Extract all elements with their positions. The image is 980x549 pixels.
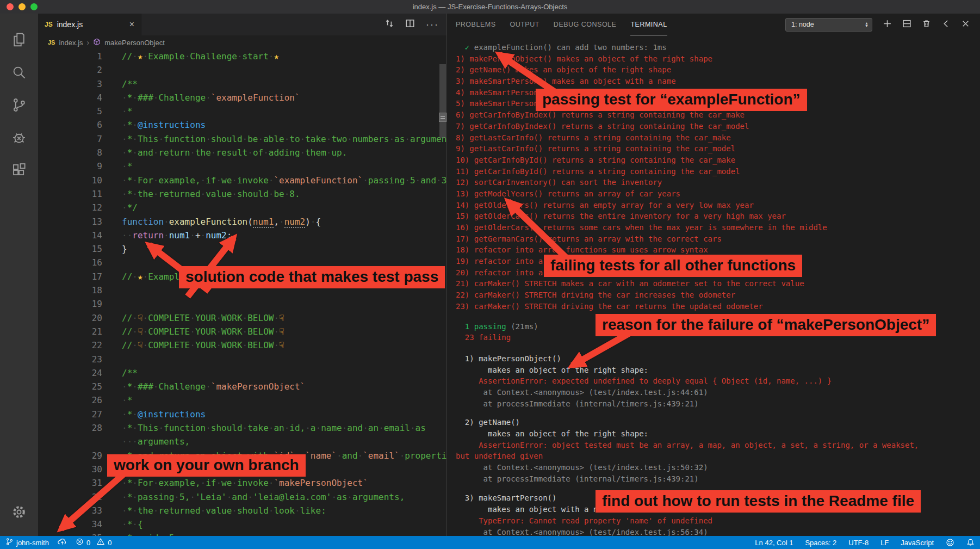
line-number: 8: [38, 146, 102, 159]
feedback-smiley-icon[interactable]: [946, 538, 954, 547]
split-terminal-icon[interactable]: [902, 19, 911, 30]
code-line[interactable]: 10·*·For·example,·if·we·invoke·`exampleF…: [38, 174, 446, 187]
source-control-icon[interactable]: [6, 89, 32, 121]
code-line[interactable]: 19: [38, 297, 446, 311]
code-line[interactable]: 34·*·{: [38, 517, 446, 531]
search-icon[interactable]: [6, 56, 32, 89]
code-line[interactable]: 20//·☟·COMPLETE·YOUR·WORK·BELOW·☟: [38, 311, 446, 325]
tab-problems[interactable]: PROBLEMS: [456, 14, 495, 35]
tab-terminal[interactable]: TERMINAL: [630, 14, 667, 35]
code-line[interactable]: 1//·★·Example·Challenge·start·★: [38, 50, 446, 63]
tab-label: index.js: [57, 20, 125, 29]
terminal-line: at processImmediate (internal/timers.js:…: [456, 473, 980, 485]
line-number: 32: [38, 490, 102, 504]
terminal-line: 16) getOlderCars() returns some cars whe…: [456, 222, 980, 233]
code-line[interactable]: 7·*·This·function·should·be·able·to·take…: [38, 132, 446, 146]
annotation-failing-tests: failing tests for all other functions: [544, 255, 802, 277]
code-line[interactable]: 32·*·passing·5,·'Leia'·and·'leia@leia.co…: [38, 490, 446, 504]
editor-tab-bar: JS index.js × ···: [38, 14, 446, 35]
extensions-icon[interactable]: [6, 154, 32, 187]
tab-close-icon[interactable]: ×: [129, 20, 134, 29]
code-line[interactable]: 4·*·###·Challenge·`exampleFunction`: [38, 91, 446, 104]
line-number: 12: [38, 201, 102, 214]
terminal-shell-select[interactable]: 1: node ▲▼: [785, 18, 872, 32]
annotation-solution-code: solution code that makes test pass: [179, 266, 445, 288]
code-line[interactable]: 27·*·@instructions: [38, 408, 446, 421]
terminal-line: at Context.<anonymous> (test/index.test.…: [456, 462, 980, 473]
warning-count: 0: [108, 539, 111, 547]
line-number: 30: [38, 462, 102, 476]
language-mode[interactable]: JavaScript: [901, 539, 934, 547]
code-line[interactable]: 13function·exampleFunction(num1,·num2)·{: [38, 215, 446, 229]
code-line[interactable]: 35·*···id:·5,: [38, 531, 446, 536]
more-actions-icon[interactable]: ···: [426, 19, 439, 30]
terminal-line: 22) carMaker() STRETCH driving the car i…: [456, 289, 980, 301]
code-line[interactable]: 21//·☟·COMPLETE·YOUR·WORK·BELOW·☟: [38, 325, 446, 338]
terminal-line: AssertionError: object tested must be an…: [456, 440, 980, 451]
line-number: 11: [38, 187, 102, 201]
terminal-line: 14) getOlderCars() returns an empty arra…: [456, 200, 980, 211]
code-line[interactable]: 6·*·@instructions: [38, 118, 446, 132]
line-number: 9: [38, 159, 102, 173]
breadcrumb-file[interactable]: index.js: [59, 39, 83, 47]
open-changes-icon[interactable]: [384, 18, 394, 30]
cursor-position[interactable]: Ln 42, Col 1: [755, 539, 793, 547]
breadcrumb-symbol[interactable]: makePersonObject: [104, 39, 165, 47]
close-panel-icon[interactable]: [961, 19, 970, 30]
code-line[interactable]: 26·*: [38, 393, 446, 407]
terminal-line: 7) getCarInfoByIndex() returns a string …: [456, 121, 980, 132]
kill-terminal-icon[interactable]: [922, 19, 931, 30]
terminal-line: makes an object of the right shape:: [456, 365, 980, 376]
git-branch-item[interactable]: john-smith: [5, 538, 49, 547]
problems-item[interactable]: 0 0: [76, 538, 111, 547]
code-line[interactable]: 5·*: [38, 104, 446, 118]
code-line[interactable]: 25·*·###·Challenge·`makePersonObject`: [38, 380, 446, 393]
explorer-icon[interactable]: [6, 23, 32, 56]
encoding-setting[interactable]: UTF-8: [848, 539, 869, 547]
code-line[interactable]: 28·*·This·function·should·take·an·id,·a·…: [38, 421, 446, 435]
code-line[interactable]: 33·*·the·returned·value·should·look·like…: [38, 504, 446, 517]
code-line[interactable]: 3/**: [38, 77, 446, 91]
code-line[interactable]: 22//·☟·COMPLETE·YOUR·WORK·BELOW·☟: [38, 338, 446, 352]
shell-select-value: 1: node: [791, 21, 865, 28]
code-line[interactable]: 8·*·and·return·the·result·of·adding·them…: [38, 146, 446, 159]
code-line[interactable]: 31·*·For·example,·if·we·invoke·`makePers…: [38, 476, 446, 490]
settings-gear-icon[interactable]: [6, 496, 32, 528]
terminal-line: 8) getLastCarInfo() returns a string con…: [456, 132, 980, 144]
code-line[interactable]: 2: [38, 63, 446, 77]
editor-scrollbar[interactable]: [439, 64, 446, 138]
terminal-line: 13) getModelYears() returns an array of …: [456, 188, 980, 200]
line-number: 20: [38, 311, 102, 325]
terminal-line: 6) getCarInfoByIndex() returns a string …: [456, 109, 980, 121]
line-number: 18: [38, 283, 102, 297]
tab-output[interactable]: OUTPUT: [510, 14, 539, 35]
notifications-bell-icon[interactable]: [966, 538, 975, 547]
terminal-block: 1) makePersonObject() makes an object of…: [456, 353, 980, 409]
code-line[interactable]: ···arguments,: [38, 435, 446, 448]
breadcrumb[interactable]: JS index.js › makePersonObject: [38, 35, 446, 50]
git-branch-icon: [5, 538, 14, 547]
terminal-line: 1) makePersonObject(): [456, 353, 980, 365]
cloud-upload-icon: [58, 538, 67, 547]
code-line[interactable]: 14··return·num1·+·num2;: [38, 229, 446, 242]
new-terminal-icon[interactable]: [883, 19, 892, 30]
tab-debug-console[interactable]: DEBUG CONSOLE: [554, 14, 617, 35]
chevron-left-icon[interactable]: [941, 19, 951, 30]
sync-changes-item[interactable]: [58, 538, 67, 547]
tab-index-js[interactable]: JS index.js ×: [38, 14, 141, 35]
code-line[interactable]: 11·*·the·returned·value·should·be·8.: [38, 187, 446, 201]
terminal-line: 18) refactor into arrow functions sum us…: [456, 244, 980, 256]
code-line[interactable]: 23: [38, 353, 446, 366]
indentation-setting[interactable]: Spaces: 2: [805, 539, 836, 547]
split-editor-icon[interactable]: [405, 18, 415, 30]
terminal-line: AssertionError: expected undefined to de…: [456, 375, 980, 387]
scrollbar-grip-handle[interactable]: [439, 113, 446, 122]
code-line[interactable]: 12·*/: [38, 201, 446, 214]
line-number: 24: [38, 366, 102, 380]
debug-icon[interactable]: [6, 121, 32, 154]
annotation-failure-reason: reason for the failure of “makePersonObj…: [596, 314, 936, 336]
eol-setting[interactable]: LF: [880, 539, 889, 547]
code-line[interactable]: 9·*: [38, 159, 446, 173]
code-line[interactable]: 24/**: [38, 366, 446, 380]
code-line[interactable]: 15}: [38, 242, 446, 256]
